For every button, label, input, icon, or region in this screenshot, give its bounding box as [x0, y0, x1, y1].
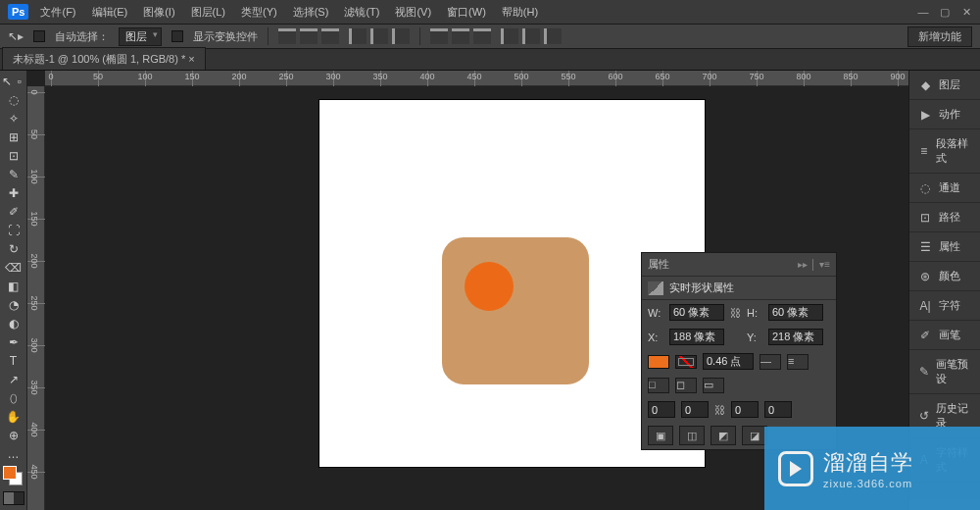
tool-zoom[interactable]: ⊕: [3, 427, 24, 444]
dist-right-button[interactable]: [544, 28, 562, 44]
dock-icon: ◌: [917, 181, 933, 195]
tool-more[interactable]: …: [3, 445, 24, 463]
corner-tr-input[interactable]: [681, 401, 709, 418]
fill-swatch[interactable]: [648, 355, 669, 369]
corner-tl-input[interactable]: [648, 401, 675, 418]
menu-window[interactable]: 窗口(W): [447, 5, 486, 20]
dock-item-0[interactable]: ◆图层: [909, 71, 980, 100]
app-logo: Ps: [8, 4, 28, 20]
tool-eraser[interactable]: ⌫: [3, 259, 24, 277]
tool-path-select[interactable]: ↗: [3, 371, 24, 388]
tool-brush[interactable]: ✐: [3, 203, 24, 221]
corner-br-input[interactable]: [731, 401, 759, 418]
tool-marquee[interactable]: ◌: [3, 91, 24, 109]
properties-tab[interactable]: 属性: [648, 257, 669, 272]
align-vcenter-button[interactable]: [300, 28, 318, 44]
ruler-vertical[interactable]: 050100150200250300350400450: [27, 86, 45, 510]
dock-item-2[interactable]: ≡段落样式: [909, 129, 980, 174]
dist-bottom-button[interactable]: [473, 28, 491, 44]
y-label: Y:: [747, 332, 762, 343]
ellipse-shape[interactable]: [465, 262, 514, 311]
tool-stamp[interactable]: ⛶: [3, 222, 24, 239]
align-top-button[interactable]: [278, 28, 296, 44]
join-miter-button[interactable]: ▭: [703, 378, 724, 393]
dock-icon: ✐: [917, 329, 933, 342]
dock-item-4[interactable]: ⊡路径: [909, 203, 980, 232]
tool-dodge[interactable]: ◐: [3, 315, 24, 332]
align-left-button[interactable]: [349, 28, 367, 44]
cap-round-button[interactable]: ◻: [675, 378, 697, 393]
new-feature-button[interactable]: 新增功能: [907, 26, 972, 47]
x-input[interactable]: [669, 329, 724, 345]
dist-left-button[interactable]: [501, 28, 518, 44]
tool-pen[interactable]: ✒: [3, 333, 24, 351]
align-hcenter-button[interactable]: [370, 28, 388, 44]
maximize-button[interactable]: ▢: [939, 6, 951, 18]
move-tool-icon[interactable]: ↖▸: [8, 29, 24, 43]
align-bottom-button[interactable]: [321, 28, 339, 44]
auto-select-combo[interactable]: 图层: [119, 27, 162, 46]
tool-type[interactable]: T: [3, 352, 24, 370]
tool-quickselect[interactable]: ⊞: [3, 128, 24, 146]
tool-crop[interactable]: ⊡: [3, 147, 24, 165]
align-right-button[interactable]: [392, 28, 410, 44]
panel-menu-icon[interactable]: ▸▸ │ ▾≡: [798, 259, 830, 270]
tool-gradient[interactable]: ◧: [3, 278, 24, 295]
menu-help[interactable]: 帮助(H): [502, 5, 538, 20]
document-tab[interactable]: 未标题-1 @ 100% (椭圆 1, RGB/8) * ×: [2, 47, 206, 70]
quickmask-toggle[interactable]: [3, 491, 24, 505]
menu-type[interactable]: 类型(Y): [241, 5, 277, 20]
tool-artboard[interactable]: ▫: [14, 73, 26, 90]
ruler-horizontal[interactable]: 0501001502002503003504004505005506006507…: [45, 71, 908, 86]
show-transform-checkbox[interactable]: [172, 30, 183, 42]
tool-healing[interactable]: ✚: [3, 184, 24, 202]
dist-vcenter-button[interactable]: [452, 28, 469, 44]
watermark-title: 溜溜自学: [823, 448, 913, 478]
dock-item-5[interactable]: ☰属性: [909, 232, 980, 262]
link-corners-icon[interactable]: ⛓: [714, 404, 725, 416]
cap-butt-button[interactable]: □: [648, 378, 669, 393]
dist-top-button[interactable]: [430, 28, 448, 44]
stroke-weight-input[interactable]: [703, 353, 754, 370]
menu-edit[interactable]: 编辑(E): [92, 5, 128, 20]
menu-layer[interactable]: 图层(L): [191, 5, 225, 20]
dock-item-3[interactable]: ◌通道: [909, 174, 980, 203]
dock-item-6[interactable]: ⊛颜色: [909, 262, 980, 291]
menu-filter[interactable]: 滤镜(T): [344, 5, 379, 20]
pathop-intersect-button[interactable]: ◩: [710, 426, 736, 445]
dock-icon: A|: [917, 299, 933, 313]
auto-select-checkbox[interactable]: [33, 30, 45, 42]
tool-blur[interactable]: ◔: [3, 296, 24, 314]
dock-item-7[interactable]: A|字符: [909, 291, 980, 321]
dock-item-1[interactable]: ▶动作: [909, 100, 980, 129]
menu-image[interactable]: 图像(I): [143, 5, 174, 20]
link-wh-icon[interactable]: ⛓: [730, 307, 741, 319]
dock-item-9[interactable]: ✎画笔预设: [909, 350, 980, 394]
y-input[interactable]: [768, 329, 823, 345]
close-button[interactable]: ✕: [960, 6, 972, 18]
width-input[interactable]: [669, 304, 724, 321]
stroke-dash-button[interactable]: —: [760, 354, 781, 370]
menu-select[interactable]: 选择(S): [293, 5, 329, 20]
minimize-button[interactable]: —: [917, 6, 929, 18]
stroke-swatch[interactable]: [675, 355, 697, 369]
tool-shape[interactable]: ⬯: [3, 389, 24, 407]
tool-history-brush[interactable]: ↻: [3, 240, 24, 258]
foreground-swatch[interactable]: [3, 466, 17, 480]
tool-lasso[interactable]: ✧: [3, 110, 24, 128]
rounded-rect-shape[interactable]: [442, 237, 589, 384]
pathop-combine-button[interactable]: ▣: [648, 426, 673, 445]
menu-view[interactable]: 视图(V): [395, 5, 431, 20]
menu-file[interactable]: 文件(F): [40, 5, 75, 20]
corner-bl-input[interactable]: [764, 401, 792, 418]
dock-item-8[interactable]: ✐画笔: [909, 321, 980, 350]
height-input[interactable]: [768, 304, 823, 321]
dock-icon: ✎: [917, 365, 930, 379]
pathop-subtract-button[interactable]: ◫: [679, 426, 705, 445]
tool-eyedropper[interactable]: ✎: [3, 166, 24, 183]
tool-hand[interactable]: ✋: [3, 408, 24, 426]
tool-move[interactable]: ↖: [1, 73, 14, 90]
color-swatches[interactable]: [3, 466, 24, 489]
stroke-align-button[interactable]: ≡: [787, 354, 808, 370]
dist-hcenter-button[interactable]: [522, 28, 540, 44]
